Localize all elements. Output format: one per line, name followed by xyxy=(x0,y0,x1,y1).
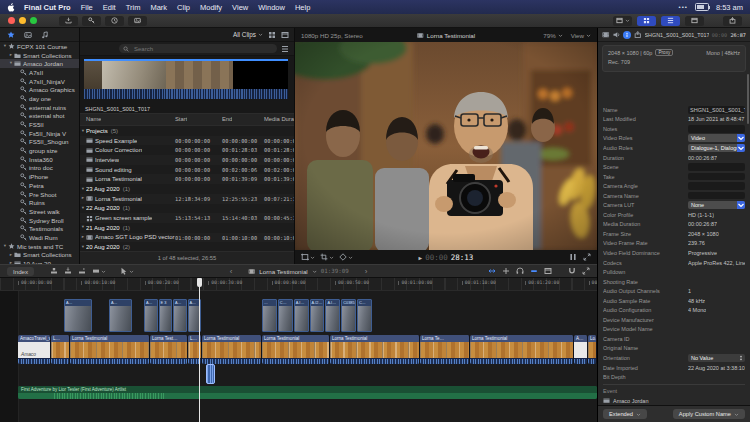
browser-row-lorna-testimonial[interactable]: Lorna Testimonial00:00:00:0000:01:39:090… xyxy=(80,174,294,184)
field-dropdown[interactable]: Video xyxy=(688,134,745,142)
filmstrip-view-button[interactable] xyxy=(268,31,276,39)
selected-clip-filmstrip[interactable] xyxy=(84,59,288,99)
magnet-icon[interactable] xyxy=(568,267,576,275)
timeline-panel[interactable]: 00:00:00:0000:00:10:0000:00:20:0000:00:3… xyxy=(0,278,597,422)
menu-item-window[interactable]: Window xyxy=(253,3,290,12)
timeline-title-dropdown[interactable]: Lorna Testimonial xyxy=(259,268,307,275)
storyline-clip-l[interactable]: L… xyxy=(51,335,70,364)
connected-clip[interactable]: E 3 xyxy=(159,299,173,332)
field-input[interactable] xyxy=(688,192,745,200)
viewer-video-area[interactable] xyxy=(295,42,597,250)
crop-popup[interactable] xyxy=(320,253,334,261)
background-tasks-button[interactable] xyxy=(105,16,124,26)
sidebar-item-fs5ii[interactable]: FS5II xyxy=(0,120,79,129)
browser-row-projects[interactable]: ▾Projects(5) xyxy=(80,126,294,136)
sidebar-item-iphone[interactable]: iPhone xyxy=(0,172,79,181)
distort-popup[interactable] xyxy=(339,253,353,261)
menu-item-final-cut-pro[interactable]: Final Cut Pro xyxy=(19,3,76,12)
browser-row-lorna-testimonial[interactable]: ▸Lorna Testimonial12:18:34:0912:25:55:23… xyxy=(80,194,294,204)
search-input[interactable] xyxy=(132,45,273,53)
photos-tab[interactable] xyxy=(24,31,32,39)
show-timeline-button[interactable] xyxy=(661,16,680,26)
field-input[interactable] xyxy=(688,125,745,133)
menu-item-help[interactable]: Help xyxy=(290,3,315,12)
playhead-handle[interactable] xyxy=(197,278,202,287)
field-dropdown[interactable]: None xyxy=(688,201,745,209)
storyline-clip-lorna-test[interactable]: Lorna Test… xyxy=(150,335,188,364)
play-button[interactable]: ▶ xyxy=(419,254,423,261)
fullscreen-icon[interactable] xyxy=(583,253,591,261)
viewer-zoom-dropdown[interactable]: 79% xyxy=(543,32,562,39)
viewer-timecode[interactable]: ▶ 00:00 28:13 xyxy=(419,253,474,262)
storyline-clip-lorna-testimonial[interactable]: Lorna Testimonial xyxy=(70,335,150,364)
browser-row-22-aug-2020[interactable]: ▾22 Aug 2020(1) xyxy=(80,204,294,214)
skimming-toggle[interactable] xyxy=(488,267,496,275)
zoom-fit-button[interactable] xyxy=(582,267,590,275)
tool-popup[interactable] xyxy=(120,267,134,275)
menu-item-modify[interactable]: Modify xyxy=(195,3,227,12)
menu-item-trim[interactable]: Trim xyxy=(121,3,146,12)
menu-item-file[interactable]: File xyxy=(76,3,98,12)
insert-clip-button[interactable] xyxy=(64,267,72,275)
sidebar-item-insta360[interactable]: Insta360 xyxy=(0,155,79,164)
index-button[interactable]: Index xyxy=(7,267,34,276)
connected-clip[interactable]: A.I… xyxy=(294,299,309,332)
sidebar-item-external-ruins[interactable]: external ruins xyxy=(0,103,79,112)
libraries-tab[interactable] xyxy=(7,31,15,39)
connected-clip[interactable]: A… xyxy=(109,299,132,332)
menu-item-edit[interactable]: Edit xyxy=(98,3,121,12)
info-inspector-tab[interactable] xyxy=(623,31,631,39)
storyline-clip-lorna-testimonial[interactable]: Lorna Testimonial xyxy=(202,335,262,364)
storyline-clip-lorna-testimonial[interactable]: Lorna Testimonial xyxy=(470,335,574,364)
field-input[interactable] xyxy=(688,163,745,171)
transform-popup[interactable] xyxy=(301,253,315,261)
field-stepper[interactable]: No Value xyxy=(688,354,745,362)
sidebar-item-street-walk[interactable]: Street walk xyxy=(0,207,79,216)
apple-menu-icon[interactable] xyxy=(7,3,15,12)
browser-row-interview[interactable]: Interview00:00:00:0000:00:00:0000:00:00:… xyxy=(80,155,294,165)
solo-toggle[interactable] xyxy=(516,267,524,275)
browser-row-sound-editing[interactable]: Sound editing00:00:00:0000:02:00:0600:02… xyxy=(80,165,294,175)
zoom-window-button[interactable] xyxy=(30,17,37,24)
inspector-scrollbar[interactable] xyxy=(747,74,749,124)
sidebar-item-smart-collections[interactable]: ▸Smart Collections xyxy=(0,51,79,60)
overwrite-popup[interactable] xyxy=(92,267,106,275)
browser-row-green-screen-sample[interactable]: Green screen sample15:13:54:1315:14:40:0… xyxy=(80,213,294,223)
import-media-button[interactable] xyxy=(59,16,78,26)
sidebar-item-petra[interactable]: Petra xyxy=(0,181,79,190)
timeline-history-back[interactable]: ‹ xyxy=(218,267,245,276)
field-dropdown[interactable]: Dialogue-1, Dialogue-2, Dia… xyxy=(688,144,745,152)
browser-row-amaco-sgt-logo-psd-vector[interactable]: ▸Amaco SGT Logo PSD vector01:00:00:0001:… xyxy=(80,233,294,243)
battery-icon[interactable] xyxy=(695,3,709,11)
connected-clip[interactable]: A… xyxy=(173,299,187,332)
sidebar-item-pre-shoot[interactable]: Pre Shoot xyxy=(0,190,79,199)
control-center-icon[interactable]: ••• xyxy=(679,4,688,10)
music-clip[interactable]: First Adventure by Lior Tesler (First Ad… xyxy=(18,386,597,399)
browser-row-colour-correction[interactable]: Colour Correction00:00:00:0000:01:28:030… xyxy=(80,145,294,155)
sidebar-item-intro-doc[interactable]: intro doc xyxy=(0,164,79,173)
viewer-view-dropdown[interactable]: View xyxy=(571,32,591,39)
connected-clip[interactable]: C… xyxy=(357,299,372,332)
connected-clip[interactable]: A.I2… xyxy=(310,299,325,332)
snapping-toggle[interactable] xyxy=(530,267,538,275)
event-item[interactable]: Amaco Jordan xyxy=(603,397,745,404)
menu-item-view[interactable]: View xyxy=(227,3,253,12)
sidebar-item-day-one[interactable]: day one xyxy=(0,94,79,103)
sidebar-item-group-size[interactable]: group size xyxy=(0,146,79,155)
video-inspector-tab[interactable] xyxy=(602,31,610,39)
menu-item-clip[interactable]: Clip xyxy=(172,3,195,12)
sidebar-item-a7sii[interactable]: A7sII xyxy=(0,68,79,77)
storyline-clip-lorna-testimonial[interactable]: Lorna Testimonial xyxy=(330,335,420,364)
music-tab[interactable] xyxy=(41,31,49,39)
sidebar-item-amaco-jordan[interactable]: ▾Amaco Jordan xyxy=(0,59,79,68)
share-button[interactable] xyxy=(723,16,742,26)
connected-clip[interactable]: A… xyxy=(64,299,92,332)
show-inspector-button[interactable] xyxy=(685,16,704,26)
storyline-clip-lorna-testimonial[interactable]: Lorna Testimonial xyxy=(262,335,330,364)
column-end[interactable]: End xyxy=(222,116,232,122)
sidebar-item-ruins[interactable]: Ruins xyxy=(0,198,79,207)
column-start[interactable]: Start xyxy=(175,116,187,122)
minimize-window-button[interactable] xyxy=(19,17,26,24)
storyline-clip-lo[interactable]: Lo… xyxy=(588,335,597,364)
browser-display-options-button[interactable] xyxy=(613,16,632,26)
